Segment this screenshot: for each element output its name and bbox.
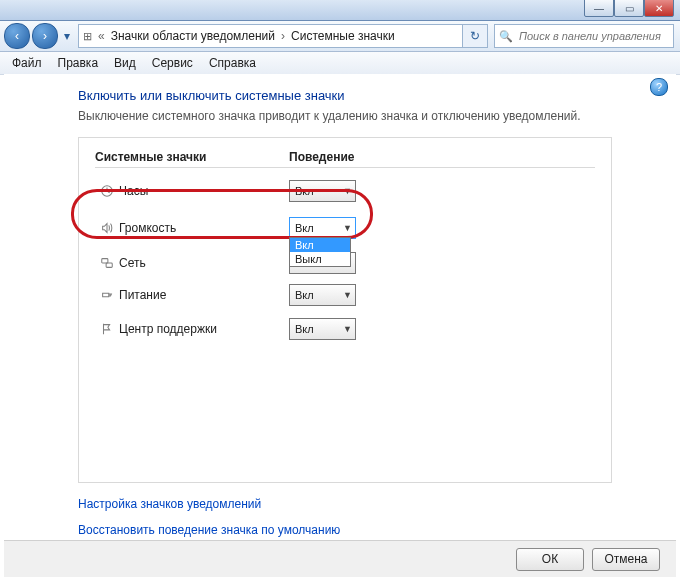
volume-icon [95,221,119,235]
row-action-label: Центр поддержки [119,322,289,336]
breadcrumb-2[interactable]: Системные значки [291,29,395,43]
flag-icon [95,322,119,336]
column-header-icons: Системные значки [95,150,289,164]
chevron-down-icon: ▼ [343,324,352,334]
chevron-down-icon: ▼ [343,223,352,233]
row-clock: Часы Вкл▼ [95,174,595,208]
row-volume: Громкость Вкл▼ Вкл Выкл [95,208,595,248]
network-icon [95,256,119,270]
link-customize-icons[interactable]: Настройка значков уведомлений [78,497,676,511]
svg-rect-2 [106,263,112,267]
dropdown-option-on[interactable]: Вкл [290,238,350,252]
cancel-button[interactable]: Отмена [592,548,660,571]
tray-icon: ⊞ [83,30,92,43]
column-header-behavior: Поведение [289,150,354,164]
row-action-select[interactable]: Вкл▼ [289,318,356,340]
row-clock-select[interactable]: Вкл▼ [289,180,356,202]
row-power: Питание Вкл▼ [95,278,595,312]
chevron-down-icon: ▼ [343,186,352,196]
refresh-button[interactable]: ↻ [463,24,488,48]
clock-icon [95,184,119,198]
row-power-select[interactable]: Вкл▼ [289,284,356,306]
settings-panel: Системные значки Поведение Часы Вкл▼ Гро… [78,137,612,483]
minimize-button[interactable]: — [584,0,614,17]
page-subtext: Выключение системного значка приводит к … [4,109,676,137]
row-action-center: Центр поддержки Вкл▼ [95,312,595,346]
history-dropdown[interactable]: ▾ [60,26,74,46]
ok-button[interactable]: ОК [516,548,584,571]
row-power-label: Питание [119,288,289,302]
breadcrumb-sep-icon: « [98,29,105,43]
forward-button[interactable]: › [32,23,58,49]
breadcrumb-1[interactable]: Значки области уведомлений [111,29,275,43]
search-icon: 🔍 [499,30,513,43]
content-area: ? Включить или выключить системные значк… [4,74,676,577]
link-restore-defaults[interactable]: Восстановить поведение значка по умолчан… [78,523,676,537]
menu-service[interactable]: Сервис [144,54,201,72]
close-button[interactable]: ✕ [644,0,674,17]
dropdown-option-off[interactable]: Выкл [290,252,350,266]
menu-edit[interactable]: Правка [50,54,107,72]
dialog-footer: ОК Отмена [4,540,676,577]
row-clock-label: Часы [119,184,289,198]
menu-file[interactable]: Файл [4,54,50,72]
search-input[interactable] [517,29,669,43]
row-volume-select[interactable]: Вкл▼ Вкл Выкл [289,217,356,239]
menu-view[interactable]: Вид [106,54,144,72]
maximize-button[interactable]: ▭ [614,0,644,17]
row-volume-label: Громкость [119,221,289,235]
row-network-label: Сеть [119,256,289,270]
address-bar[interactable]: ⊞ « Значки области уведомлений › Системн… [78,24,463,48]
title-bar: — ▭ ✕ [0,0,680,21]
power-icon [95,288,119,302]
search-box[interactable]: 🔍 [494,24,674,48]
navigation-bar: ‹ › ▾ ⊞ « Значки области уведомлений › С… [0,21,680,52]
help-icon[interactable]: ? [650,78,668,96]
chevron-down-icon: ▼ [343,290,352,300]
back-button[interactable]: ‹ [4,23,30,49]
row-volume-dropdown: Вкл Выкл [289,237,351,267]
page-title: Включить или выключить системные значки [4,74,676,109]
menu-bar: Файл Правка Вид Сервис Справка [0,52,680,75]
svg-rect-1 [102,259,108,263]
menu-help[interactable]: Справка [201,54,264,72]
